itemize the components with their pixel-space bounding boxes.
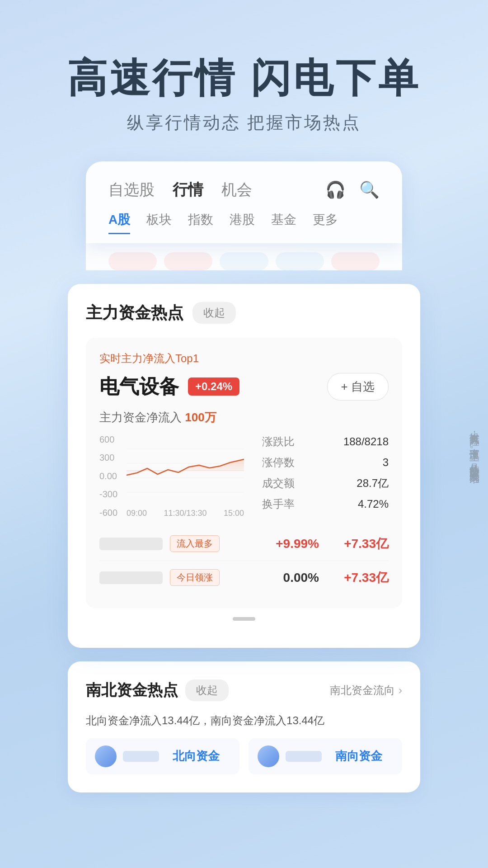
pill-1 <box>108 252 157 270</box>
chart-wrapper: 600 300 0.00 -300 -600 <box>99 434 244 518</box>
stock-item-2[interactable]: 今日领涨 0.00% +7.33亿 <box>99 561 389 594</box>
stat-rise-ratio: 涨跌比 188/8218 <box>262 434 389 449</box>
stock-name-blur-1 <box>99 538 163 550</box>
inner-stock-card: 实时主力净流入Top1 电气设备 +0.24% + 自选 主力资金净流入 100… <box>86 338 402 608</box>
pagination <box>86 617 402 621</box>
chevron-right-icon: › <box>399 684 402 697</box>
stock-pct-2: 0.00% <box>265 571 319 585</box>
second-collapse-button[interactable]: 收起 <box>185 679 229 701</box>
realtime-label: 实时主力净流入Top1 <box>99 351 389 366</box>
main-capital-card: 主力资金热点 收起 实时主力净流入Top1 电气设备 +0.24% + 自选 主… <box>68 284 420 648</box>
search-icon[interactable]: 🔍 <box>359 180 380 199</box>
pill-3 <box>220 252 268 270</box>
stock-name[interactable]: 电气设备 <box>99 373 179 400</box>
card-header: 主力资金热点 收起 <box>86 302 402 324</box>
subtab-sector[interactable]: 板块 <box>146 211 172 234</box>
stat-volume: 成交额 28.7亿 <box>262 476 389 491</box>
stock-pct-1: +9.99% <box>265 537 319 551</box>
north-fund-icon <box>95 745 117 767</box>
stat-limit-up: 涨停数 3 <box>262 455 389 470</box>
stock-item-1[interactable]: 流入最多 +9.99% +7.33亿 <box>99 527 389 561</box>
chart-stats-area: 600 300 0.00 -300 -600 <box>99 434 389 518</box>
fund-flow-link[interactable]: 南北资金流向 › <box>330 683 402 698</box>
sub-tabs: A股 板块 指数 港股 基金 更多 <box>108 211 380 234</box>
pagination-dot <box>233 617 255 621</box>
phone-mockup: 自选股 行情 机会 🎧 🔍 A股 板块 指数 港股 基金 更多 主力资金热点 <box>59 161 429 793</box>
tab-opportunity[interactable]: 机会 <box>221 179 252 200</box>
stock-list: 流入最多 +9.99% +7.33亿 今日领涨 0.00% +7.33亿 <box>99 527 389 594</box>
hero-title: 高速行情 闪电下单 <box>0 54 488 102</box>
fund-info-text: 北向资金净流入13.44亿，南向资金净流入13.44亿 <box>86 712 402 729</box>
chart-svg <box>127 434 244 507</box>
nav-icons: 🎧 🔍 <box>325 180 380 199</box>
pill-4 <box>276 252 324 270</box>
south-fund-blur <box>286 751 322 762</box>
nav-tabs: 自选股 行情 机会 🎧 🔍 <box>108 179 380 200</box>
tab-market[interactable]: 行情 <box>173 179 203 200</box>
stock-flow-1: +7.33亿 <box>330 535 389 552</box>
pill-5 <box>331 252 380 270</box>
add-watchlist-button[interactable]: + 自选 <box>327 373 389 401</box>
tag-inflow: 流入最多 <box>170 535 220 552</box>
chart-x-labels: 09:00 11:30/13:30 15:00 <box>127 509 244 518</box>
collapse-button[interactable]: 收起 <box>192 302 236 324</box>
south-north-card: 南北资金热点 收起 南北资金流向 › 北向资金净流入13.44亿，南向资金净流入… <box>68 661 420 793</box>
capital-label-row: 主力资金净流入 100万 <box>99 410 389 425</box>
color-pills-row <box>86 243 402 270</box>
south-fund-label: 南向资金 <box>335 748 382 764</box>
north-fund-label: 北向资金 <box>173 748 220 764</box>
headphone-icon[interactable]: 🎧 <box>325 180 346 199</box>
second-card-title-group: 南北资金热点 收起 <box>86 679 229 701</box>
tab-watchlist[interactable]: 自选股 <box>108 179 155 200</box>
tag-leader: 今日领涨 <box>170 569 220 586</box>
second-card-header: 南北资金热点 收起 南北资金流向 › <box>86 679 402 701</box>
capital-amount: 100万 <box>185 410 216 424</box>
fund-row: 北向资金 南向资金 <box>86 738 402 774</box>
disclaimer-text: 投资有风险，应谨慎至上。具体功能请以实际上线为准 <box>461 416 488 476</box>
card-title: 主力资金热点 <box>86 302 183 324</box>
second-card-title: 南北资金热点 <box>86 680 178 701</box>
stat-turnover: 换手率 4.72% <box>262 497 389 511</box>
south-fund-icon <box>258 745 279 767</box>
north-fund-blur <box>123 751 159 762</box>
subtab-index[interactable]: 指数 <box>188 211 213 234</box>
stock-change-badge: +0.24% <box>188 377 239 396</box>
stock-name-blur-2 <box>99 571 163 584</box>
subtab-hk[interactable]: 港股 <box>230 211 255 234</box>
stats-grid: 涨跌比 188/8218 涨停数 3 成交额 28.7亿 换手率 4.72% <box>262 434 389 518</box>
chart-y-labels: 600 300 0.00 -300 -600 <box>99 434 117 518</box>
subtab-a-stock[interactable]: A股 <box>108 211 130 234</box>
top-nav-card: 自选股 行情 机会 🎧 🔍 A股 板块 指数 港股 基金 更多 <box>86 161 402 243</box>
fund-flow-label: 南北资金流向 <box>330 683 395 698</box>
south-fund-item[interactable]: 南向资金 <box>249 738 402 774</box>
hero-subtitle: 纵享行情动态 把握市场热点 <box>0 111 488 134</box>
pill-2 <box>164 252 212 270</box>
subtab-fund[interactable]: 基金 <box>271 211 296 234</box>
stock-flow-2: +7.33亿 <box>330 569 389 586</box>
north-fund-item[interactable]: 北向资金 <box>86 738 239 774</box>
hero-section: 高速行情 闪电下单 纵享行情动态 把握市场热点 <box>0 0 488 161</box>
stock-header-row: 电气设备 +0.24% + 自选 <box>99 373 389 401</box>
subtab-more[interactable]: 更多 <box>313 211 338 234</box>
